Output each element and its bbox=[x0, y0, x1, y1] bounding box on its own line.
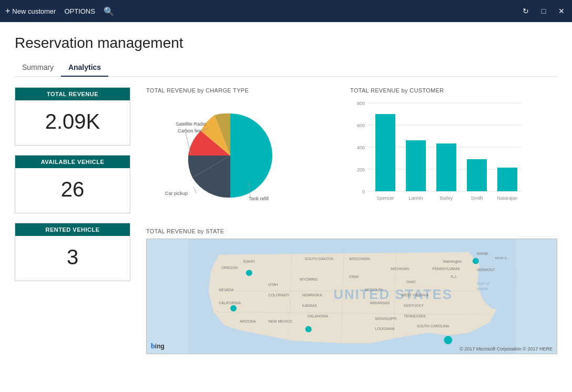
state-tennessee: TENNESSEE bbox=[404, 314, 426, 318]
titlebar-right: ↻ □ ✕ bbox=[520, 7, 567, 15]
state-nebraska: NEBRASKA bbox=[302, 293, 322, 297]
y-label-200: 200 bbox=[357, 167, 365, 172]
kpi-rented-vehicle: RENTED VEHICLE 3 bbox=[15, 223, 130, 281]
kpi-rented-vehicle-value: 3 bbox=[15, 236, 130, 281]
state-california: CALIFORNIA bbox=[219, 301, 241, 305]
state-oregon: OREGON bbox=[221, 266, 238, 270]
state-idaho: IDAHO bbox=[243, 260, 256, 263]
state-kentucky: KENTUCKY bbox=[404, 304, 424, 307]
y-label-800: 800 bbox=[357, 101, 365, 106]
state-arizona: ARIZONA bbox=[240, 319, 256, 323]
bing-logo: bing bbox=[151, 342, 165, 350]
state-louisiana: LOUISIANA bbox=[375, 327, 395, 331]
pie-label-tank-refill: Tank refill bbox=[249, 196, 269, 201]
state-missouri: MISSOURI bbox=[365, 288, 383, 292]
map-section: TOTAL REVENUE by STATE UN bbox=[146, 228, 557, 354]
kpi-rented-vehicle-header: RENTED VEHICLE bbox=[15, 223, 130, 236]
map-copyright: © 2017 Microsoft Corporation © 2017 HERE bbox=[459, 346, 553, 352]
kpi-total-revenue: TOTAL REVENUE 2.09K bbox=[15, 87, 130, 146]
svg-line-2 bbox=[193, 187, 197, 193]
state-kansas: KANSAS bbox=[302, 304, 317, 307]
state-vermont: VERMONT bbox=[477, 268, 495, 272]
bar-lannin bbox=[406, 140, 426, 191]
state-utah: UTAH bbox=[268, 283, 278, 286]
search-icon: 🔍 bbox=[104, 6, 114, 16]
page-title: Reservation management bbox=[15, 35, 557, 51]
xlabel-smith: Smith bbox=[471, 195, 483, 201]
kpi-available-vehicle: AVAILABLE VEHICLE 26 bbox=[15, 155, 130, 213]
map-title: TOTAL REVENUE by STATE bbox=[146, 228, 557, 234]
state-novas: NOVA S... bbox=[495, 256, 509, 260]
y-label-600: 600 bbox=[357, 123, 365, 128]
bar-natarajan bbox=[497, 168, 517, 191]
kpi-total-revenue-header: TOTAL REVENUE bbox=[15, 88, 130, 100]
pie-segment-tank-refill-2 bbox=[230, 156, 272, 198]
state-southcarolina: SOUTH CAROLINA bbox=[417, 324, 450, 328]
state-ohio: OHIO bbox=[406, 280, 416, 284]
y-label-400: 400 bbox=[357, 145, 365, 150]
state-washington: Washington bbox=[443, 260, 462, 264]
state-maine: MAINE bbox=[477, 252, 488, 255]
pie-label-car-pickup: Car pickup bbox=[165, 191, 188, 196]
maximize-button[interactable]: □ bbox=[538, 7, 549, 15]
page: Reservation management Summary Analytics… bbox=[0, 22, 572, 354]
new-customer-label: New customer bbox=[12, 7, 56, 15]
bar-bailey bbox=[436, 143, 456, 191]
titlebar-left: + New customer OPTIONS 🔍 bbox=[5, 6, 114, 16]
titlebar: + New customer OPTIONS 🔍 ↻ □ ✕ bbox=[0, 0, 572, 22]
map-dot-2 bbox=[230, 305, 237, 312]
state-nj: N.J. bbox=[451, 275, 457, 278]
state-arkansas: ARKANSAS bbox=[370, 301, 390, 305]
tab-summary[interactable]: Summary bbox=[15, 60, 61, 77]
options-button[interactable]: OPTIONS bbox=[64, 7, 95, 15]
state-southdakota: SOUTH DAKOTA bbox=[305, 257, 333, 261]
map-svg: UNITED STATES Gulf of Maine OREGON bbox=[147, 239, 557, 354]
bar-chart-section: TOTAL REVENUE by CUSTOMER 800 600 400 20… bbox=[350, 87, 557, 213]
charts-top-row: TOTAL REVENUE by CHARGE TYPE bbox=[146, 87, 557, 213]
state-iowa: IOWA bbox=[349, 275, 359, 278]
map-dot-3 bbox=[305, 326, 312, 332]
close-button[interactable]: ✕ bbox=[556, 7, 567, 15]
svg-line-1 bbox=[186, 132, 191, 154]
kpi-column: TOTAL REVENUE 2.09K AVAILABLE VEHICLE 26… bbox=[15, 87, 130, 354]
pie-label-carbon: Carbon fee bbox=[178, 128, 201, 133]
map-container: UNITED STATES Gulf of Maine OREGON bbox=[146, 239, 557, 354]
state-michigan: MICHIGAN bbox=[391, 267, 409, 271]
pie-chart-title: TOTAL REVENUE by CHARGE TYPE bbox=[146, 87, 334, 94]
plus-icon: + bbox=[5, 6, 10, 16]
kpi-total-revenue-value: 2.09K bbox=[15, 100, 130, 145]
y-label-0: 0 bbox=[362, 189, 365, 194]
state-wv: WEST VIRGINIA bbox=[401, 293, 429, 297]
bar-chart-svg: 800 600 400 200 0 bbox=[350, 98, 524, 213]
charts-column: TOTAL REVENUE by CHARGE TYPE bbox=[130, 87, 557, 354]
state-oklahoma: OKLAHOMA bbox=[308, 314, 329, 318]
tab-analytics[interactable]: Analytics bbox=[61, 60, 108, 77]
xlabel-spencer: Spencer bbox=[376, 195, 394, 201]
map-dot-4 bbox=[473, 258, 479, 264]
kpi-available-vehicle-header: AVAILABLE VEHICLE bbox=[15, 156, 130, 168]
state-colorado: COLORADO bbox=[268, 293, 289, 297]
map-dot-1 bbox=[246, 270, 252, 276]
bar-chart-title: TOTAL REVENUE by CUSTOMER bbox=[350, 87, 557, 94]
state-pennsylvania: PENNSYLVANIA bbox=[433, 267, 460, 271]
xlabel-bailey: Bailey bbox=[440, 195, 453, 201]
search-button[interactable]: 🔍 bbox=[104, 6, 114, 16]
pie-chart-svg: Satellite Radio Carbon fee Car pickup Ta… bbox=[146, 98, 293, 213]
state-wyoming: WYOMING bbox=[300, 277, 318, 281]
tabs: Summary Analytics bbox=[15, 60, 557, 77]
map-us-label: UNITED STATES bbox=[333, 287, 453, 302]
state-nevada: NEVADA bbox=[219, 288, 233, 292]
refresh-button[interactable]: ↻ bbox=[520, 7, 531, 15]
state-mississippi: MISSISSIPPI bbox=[375, 317, 397, 321]
pie-segment-tank-refill bbox=[230, 114, 272, 156]
new-customer-button[interactable]: + New customer bbox=[5, 6, 56, 16]
pie-label-satellite: Satellite Radio bbox=[176, 121, 206, 127]
state-newmexico: NEW MEXICO bbox=[268, 319, 292, 323]
gulf-label: Gulf of bbox=[477, 281, 489, 286]
bar-spencer bbox=[375, 114, 395, 191]
bar-smith bbox=[467, 159, 487, 191]
kpi-available-vehicle-value: 26 bbox=[15, 168, 130, 213]
state-wisconsin: WISCONSIN bbox=[349, 257, 370, 261]
content: TOTAL REVENUE 2.09K AVAILABLE VEHICLE 26… bbox=[15, 77, 557, 354]
xlabel-natarajan: Natarajan bbox=[497, 195, 518, 201]
